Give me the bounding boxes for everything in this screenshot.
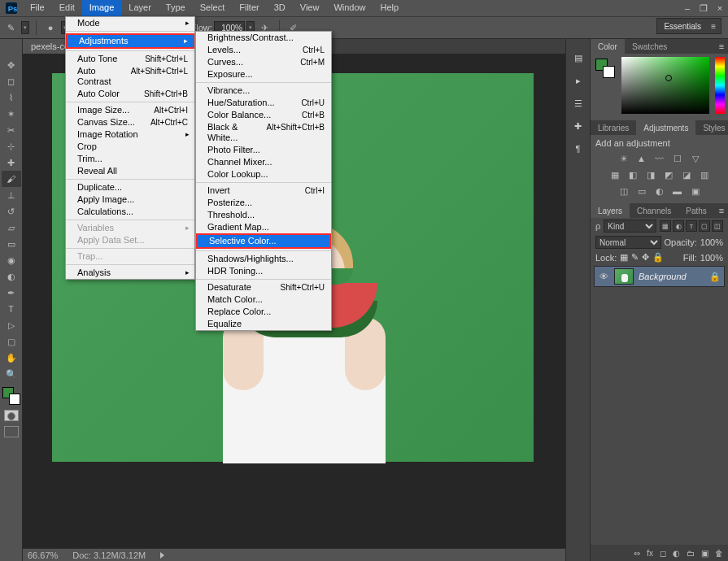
mi-color-lookup[interactable]: Color Lookup... bbox=[196, 168, 331, 180]
mi-auto-contrast[interactable]: Auto ContrastAlt+Shift+Ctrl+L bbox=[66, 65, 194, 88]
mi-curves[interactable]: Curves...Ctrl+M bbox=[196, 56, 331, 68]
mi-adjustments[interactable]: Adjustments bbox=[68, 35, 193, 47]
mi-color-balance[interactable]: Color Balance...Ctrl+B bbox=[196, 109, 331, 121]
mi-trim[interactable]: Trim... bbox=[66, 153, 194, 165]
adj-layer-icon[interactable]: ◐ bbox=[673, 549, 680, 558]
color-swatch[interactable] bbox=[2, 387, 20, 405]
mi-replace-color[interactable]: Replace Color... bbox=[196, 306, 331, 318]
menu-image[interactable]: Image bbox=[82, 0, 122, 16]
mi-posterize[interactable]: Posterize... bbox=[196, 197, 331, 209]
mi-mode[interactable]: Mode bbox=[66, 17, 194, 29]
filter-type-icon[interactable]: T bbox=[686, 220, 697, 232]
menu-3d[interactable]: 3D bbox=[267, 0, 293, 16]
mi-hdr-toning[interactable]: HDR Toning... bbox=[196, 265, 331, 277]
workspace-switcher[interactable]: Essentials bbox=[656, 18, 721, 34]
mi-crop[interactable]: Crop bbox=[66, 141, 194, 153]
brush-tool[interactable]: 🖌 bbox=[2, 171, 21, 187]
zoom-value[interactable]: 66.67% bbox=[28, 550, 58, 560]
tool-preset-icon[interactable]: ✎ bbox=[3, 20, 18, 35]
mask-icon[interactable]: ◻ bbox=[660, 549, 666, 558]
menu-edit[interactable]: Edit bbox=[52, 0, 82, 16]
tool-preset-dropdown[interactable]: ▾ bbox=[21, 21, 29, 34]
mi-apply-image[interactable]: Apply Image... bbox=[66, 194, 194, 206]
mi-image-size[interactable]: Image Size...Alt+Ctrl+I bbox=[66, 104, 194, 116]
layer-filter-kind[interactable]: Kind bbox=[604, 220, 656, 233]
mi-match-color[interactable]: Match Color... bbox=[196, 294, 331, 306]
adj-lookup-icon[interactable]: ▥ bbox=[698, 169, 711, 180]
adj-levels-icon[interactable]: ▲ bbox=[635, 153, 648, 164]
actions-panel-icon[interactable]: ▸ bbox=[571, 73, 586, 88]
path-select-tool[interactable]: ▷ bbox=[2, 317, 21, 333]
fx-icon[interactable]: fx bbox=[647, 549, 653, 558]
link-layers-icon[interactable]: ⇔ bbox=[634, 549, 640, 558]
mi-duplicate[interactable]: Duplicate... bbox=[66, 181, 194, 194]
filter-smart-icon[interactable]: ◫ bbox=[712, 220, 723, 232]
adj-mixer-icon[interactable]: ◪ bbox=[680, 169, 693, 180]
move-tool[interactable]: ✥ bbox=[2, 57, 21, 73]
panel-menu-icon[interactable]: ≡ bbox=[715, 39, 728, 54]
menu-file[interactable]: File bbox=[23, 0, 52, 16]
info-panel-icon[interactable]: ✚ bbox=[571, 119, 586, 133]
mi-auto-tone[interactable]: Auto ToneShift+Ctrl+L bbox=[66, 53, 194, 65]
styles-tab[interactable]: Styles bbox=[695, 120, 728, 135]
mi-auto-color[interactable]: Auto ColorShift+Ctrl+B bbox=[66, 88, 194, 100]
mi-desaturate[interactable]: DesaturateShift+Ctrl+U bbox=[196, 281, 331, 294]
layer-name[interactable]: Background bbox=[639, 272, 687, 281]
menu-view[interactable]: View bbox=[293, 0, 327, 16]
mi-black-white[interactable]: Black & White...Alt+Shift+Ctrl+B bbox=[196, 121, 331, 144]
swatches-tab[interactable]: Swatches bbox=[625, 39, 674, 54]
mi-selective-color[interactable]: Selective Color... bbox=[198, 235, 329, 247]
filter-adj-icon[interactable]: ◐ bbox=[673, 220, 684, 232]
filter-pixel-icon[interactable]: ▦ bbox=[660, 220, 671, 232]
history-panel-icon[interactable]: ▤ bbox=[571, 50, 586, 65]
color-field[interactable] bbox=[621, 57, 709, 114]
menu-filter[interactable]: Filter bbox=[232, 0, 266, 16]
character-panel-icon[interactable]: ¶ bbox=[571, 141, 586, 156]
color-tab[interactable]: Color bbox=[591, 39, 625, 54]
lock-trans-icon[interactable]: ▦ bbox=[620, 252, 628, 263]
adj-posterize-icon[interactable]: ▭ bbox=[635, 185, 648, 197]
history-brush-tool[interactable]: ↺ bbox=[2, 203, 21, 220]
gradient-tool[interactable]: ▭ bbox=[2, 236, 21, 252]
mi-gradient-map[interactable]: Gradient Map... bbox=[196, 221, 331, 233]
menu-type[interactable]: Type bbox=[159, 0, 193, 16]
mi-canvas-size[interactable]: Canvas Size...Alt+Ctrl+C bbox=[66, 116, 194, 128]
crop-tool[interactable]: ✂ bbox=[2, 122, 21, 138]
mi-calculations[interactable]: Calculations... bbox=[66, 206, 194, 218]
new-layer-icon[interactable]: ▣ bbox=[701, 549, 708, 558]
mi-reveal-all[interactable]: Reveal All bbox=[66, 165, 194, 177]
mi-exposure[interactable]: Exposure... bbox=[196, 68, 331, 80]
adj-threshold-icon[interactable]: ◐ bbox=[653, 185, 666, 197]
lock-all-icon[interactable]: 🔒 bbox=[652, 252, 664, 263]
eraser-tool[interactable]: ▱ bbox=[2, 220, 21, 236]
dodge-tool[interactable]: ◐ bbox=[2, 268, 21, 285]
mi-photo-filter[interactable]: Photo Filter... bbox=[196, 144, 331, 156]
adj-invert-icon[interactable]: ◫ bbox=[617, 185, 630, 197]
adjustments-tab[interactable]: Adjustments bbox=[636, 120, 695, 135]
mi-hue-saturation[interactable]: Hue/Saturation...Ctrl+U bbox=[196, 97, 331, 109]
panel-swatch[interactable] bbox=[595, 59, 615, 78]
shape-tool[interactable]: ▢ bbox=[2, 333, 21, 350]
blur-tool[interactable]: ◉ bbox=[2, 252, 21, 268]
window-restore[interactable]: ❐ bbox=[695, 0, 712, 16]
adj-hue-icon[interactable]: ▦ bbox=[608, 169, 621, 180]
screen-mode-toggle[interactable] bbox=[4, 426, 19, 437]
quick-mask-toggle[interactable] bbox=[4, 410, 19, 421]
mi-image-rotation[interactable]: Image Rotation bbox=[66, 128, 194, 141]
mi-threshold[interactable]: Threshold... bbox=[196, 209, 331, 221]
mi-invert[interactable]: InvertCtrl+I bbox=[196, 185, 331, 197]
panel-menu-icon[interactable]: ≡ bbox=[715, 203, 728, 218]
libraries-tab[interactable]: Libraries bbox=[591, 120, 636, 135]
menu-help[interactable]: Help bbox=[373, 0, 407, 16]
fill-val[interactable]: 100% bbox=[700, 253, 723, 263]
group-icon[interactable]: 🗀 bbox=[687, 549, 695, 558]
mi-shadows-highlights[interactable]: Shadows/Highlights... bbox=[196, 253, 331, 265]
window-minimize[interactable]: – bbox=[679, 0, 695, 16]
adj-photo-filter-icon[interactable]: ◩ bbox=[662, 169, 675, 180]
status-arrow-icon[interactable] bbox=[160, 552, 164, 559]
menu-window[interactable]: Window bbox=[326, 0, 373, 16]
mi-brightness-contrast[interactable]: Brightness/Contrast... bbox=[196, 32, 331, 44]
blend-mode[interactable]: Normal bbox=[595, 236, 661, 249]
adj-bw-icon[interactable]: ◨ bbox=[644, 169, 657, 180]
menu-layer[interactable]: Layer bbox=[121, 0, 159, 16]
